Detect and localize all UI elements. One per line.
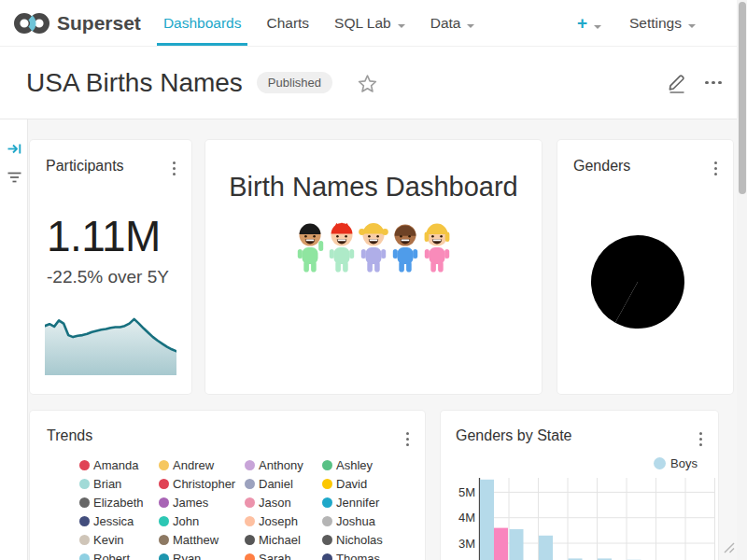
legend-item[interactable]: Daniel	[245, 474, 322, 493]
legend-item[interactable]: Anthony	[245, 455, 322, 474]
series-color-dot	[654, 457, 666, 469]
series-color-dot	[79, 479, 90, 489]
legend-item[interactable]: Nicholas	[322, 530, 383, 549]
expand-filters-icon[interactable]	[7, 142, 22, 160]
nav-charts-label: Charts	[266, 15, 309, 31]
legend-item[interactable]: Thomas	[322, 549, 383, 560]
bar-chart-svg[interactable]: 5M4M3M	[441, 411, 718, 560]
nav-sql-lab[interactable]: SQL Lab	[334, 0, 405, 46]
legend-item[interactable]: Robert	[79, 549, 159, 560]
page-scrollbar-thumb[interactable]	[739, 2, 746, 194]
chevron-down-icon	[594, 25, 601, 29]
pie-svg[interactable]	[586, 231, 689, 333]
legend-item[interactable]: Ashley	[322, 455, 383, 474]
genders-by-state-bar-chart[interactable]: 5M4M3M	[441, 411, 718, 560]
brand-name[interactable]: Superset	[57, 12, 141, 35]
series-label: Daniel	[259, 477, 293, 491]
series-label: Ashley	[336, 458, 373, 472]
legend-item[interactable]: Joshua	[322, 511, 383, 530]
series-color-dot	[322, 497, 332, 508]
series-color-dot	[245, 516, 255, 526]
chart-title: Trends	[47, 427, 92, 444]
chevron-down-icon	[688, 24, 696, 28]
big-number-value: 1.11M	[47, 211, 161, 261]
legend-item[interactable]: Brian	[79, 474, 159, 493]
series-label: Robert	[93, 552, 130, 560]
new-item-button[interactable]: +	[577, 0, 601, 46]
edit-pencil-icon[interactable]	[667, 72, 687, 94]
legend-item[interactable]: Jason	[245, 493, 322, 511]
series-label: Andrew	[173, 458, 214, 472]
legend-item[interactable]: John	[159, 511, 245, 530]
legend-item[interactable]: James	[159, 493, 245, 511]
nav-dashboards[interactable]: Dashboards	[163, 0, 242, 46]
series-color-dot	[322, 479, 332, 489]
legend-item[interactable]: Christopher	[159, 474, 245, 493]
series-color-dot	[79, 516, 90, 526]
chart-menu-kebab-icon[interactable]	[168, 159, 180, 178]
baby-figure	[326, 222, 358, 274]
legend-item[interactable]: Elizabeth	[79, 493, 159, 511]
legend-item[interactable]: Ryan	[159, 549, 245, 560]
babies-illustration	[294, 222, 453, 274]
nav-data[interactable]: Data	[430, 0, 475, 46]
filter-lines-icon[interactable]	[7, 171, 22, 188]
markdown-header-card: Birth Names Dashboard	[205, 140, 542, 394]
legend-item[interactable]: David	[322, 474, 383, 493]
trends-card: Trends AmandaAndrewAnthonyAshleyBrianChr…	[30, 411, 425, 560]
series-label: Jessica	[93, 514, 134, 528]
series-label: Thomas	[336, 552, 380, 560]
superset-logo-icon[interactable]	[13, 10, 50, 36]
published-badge[interactable]: Published	[257, 72, 332, 93]
legend-item[interactable]: Matthew	[159, 530, 245, 549]
header-actions	[667, 47, 724, 119]
legend-item[interactable]: Andrew	[159, 455, 245, 474]
page-title: USA Births Names	[26, 68, 243, 98]
nav-data-label: Data	[430, 15, 461, 31]
series-label: Brian	[93, 477, 121, 491]
series-label: Nicholas	[336, 533, 383, 547]
chart-menu-kebab-icon[interactable]	[402, 429, 414, 449]
trendline-sparkline	[45, 314, 176, 375]
favorite-star-icon[interactable]	[358, 74, 377, 92]
series-color-dot	[79, 535, 90, 545]
series-label: Christopher	[173, 477, 235, 491]
legend-item[interactable]: Joseph	[245, 511, 322, 530]
chart-menu-kebab-icon[interactable]	[710, 159, 722, 178]
nav-dashboards-label: Dashboards	[163, 15, 242, 31]
genders-pie-chart[interactable]	[586, 231, 689, 333]
navbar-right: + Settings	[577, 0, 747, 46]
series-label: Joseph	[259, 514, 298, 528]
series-label: Anthony	[259, 458, 303, 472]
legend-item[interactable]: Jessica	[79, 511, 159, 530]
legend-item[interactable]: Sarah	[245, 549, 322, 560]
nav-charts[interactable]: Charts	[266, 0, 309, 46]
series-color-dot	[79, 460, 90, 470]
top-navbar: Superset Dashboards Charts SQL Lab Data …	[0, 0, 747, 47]
legend-item[interactable]: Michael	[245, 530, 322, 549]
series-color-dot	[322, 460, 332, 470]
series-label: Michael	[259, 533, 301, 547]
markdown-heading: Birth Names Dashboard	[205, 172, 542, 203]
series-color-dot	[322, 516, 332, 526]
chart-title: Genders	[573, 158, 630, 175]
legend-item[interactable]: Boys	[654, 456, 698, 470]
series-color-dot	[245, 553, 255, 560]
series-color-dot	[245, 479, 255, 489]
legend-item[interactable]: Amanda	[79, 455, 159, 474]
resize-handle-icon[interactable]	[722, 540, 735, 557]
legend-item[interactable]: Jennifer	[322, 493, 383, 511]
more-options-icon[interactable]	[703, 76, 724, 91]
participants-card: Participants 1.11M -22.5% over 5Y	[30, 140, 191, 394]
legend-item[interactable]: Kevin	[79, 530, 159, 549]
series-label: Joshua	[336, 514, 375, 528]
series-label: David	[336, 477, 367, 491]
series-label: Sarah	[259, 552, 291, 560]
sparkline-svg	[45, 314, 176, 375]
dashboard-grid: Participants 1.11M -22.5% over 5Y Birth …	[0, 119, 747, 560]
series-label: Jason	[259, 496, 291, 510]
svg-text:5M: 5M	[458, 485, 475, 499]
series-color-dot	[159, 460, 169, 470]
settings-menu[interactable]: Settings	[629, 0, 696, 46]
genders-card: Genders	[557, 140, 733, 394]
